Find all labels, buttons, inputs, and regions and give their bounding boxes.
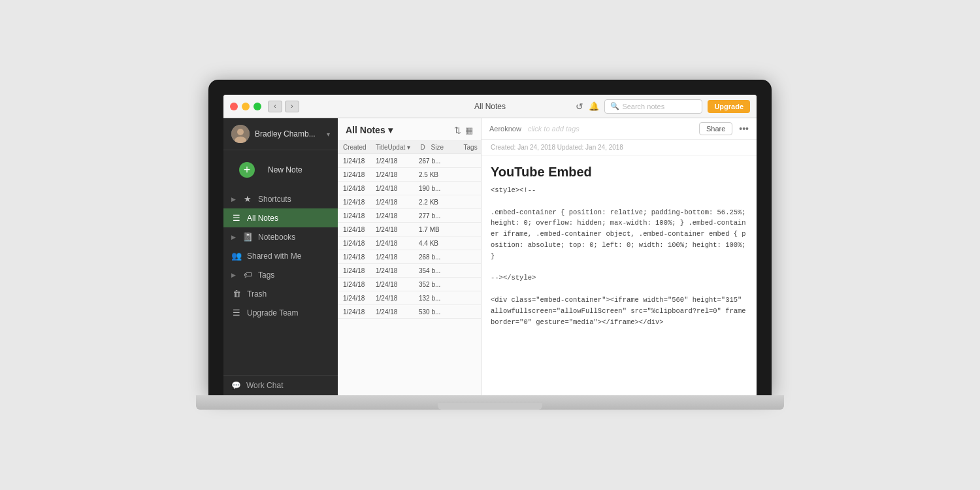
note-updated: 1/24/18 — [376, 308, 408, 316]
refresh-icon[interactable]: ↺ — [576, 101, 583, 112]
note-row[interactable]: 1/24/18 SkyMiles 1/24/18 190 b... — [338, 182, 481, 195]
sidebar-item-shortcuts[interactable]: ▶ ★ Shortcuts — [223, 189, 338, 208]
note-row[interactable]: 1/24/18 Kids Apple ID 1/24/18 277 b... — [338, 209, 481, 223]
svg-point-1 — [237, 129, 244, 135]
work-chat-icon: 💬 — [231, 381, 241, 390]
more-options-icon[interactable]: ••• — [739, 123, 749, 134]
note-size: 268 b... — [419, 253, 451, 261]
search-bar[interactable]: 🔍 Search notes — [604, 99, 702, 114]
tags-icon: 🏷 — [242, 270, 253, 280]
avatar — [231, 125, 250, 143]
note-updated: 1/24/18 — [376, 281, 408, 288]
note-created: 1/24/18 — [343, 212, 376, 220]
view-toggle-icon[interactable]: ▦ — [465, 125, 473, 135]
shared-icon: 👥 — [231, 251, 242, 261]
notebooks-icon: 📓 — [242, 232, 253, 242]
expand-arrow-icon: ▶ — [231, 196, 236, 203]
notes-panel-header: All Notes ▾ ⇅ ▦ — [338, 118, 481, 141]
note-size: 530 b... — [419, 308, 451, 316]
sidebar-footer-work-chat[interactable]: 💬 Work Chat — [223, 375, 338, 395]
share-button[interactable]: Share — [699, 122, 732, 135]
expand-arrow-notebooks-icon: ▶ — [231, 234, 236, 240]
col-size: Size — [431, 144, 464, 151]
note-source-label: Aeroknow — [489, 125, 521, 133]
note-updated: 1/24/18 — [376, 295, 408, 302]
notes-panel-title-text: All Notes — [346, 125, 385, 135]
note-created: 1/24/18 — [343, 199, 376, 206]
note-row[interactable]: 1/24/18 Best Steak Marinade i... 1/24/18… — [338, 305, 481, 319]
notes-panel-chevron-icon: ▾ — [388, 125, 393, 135]
note-updated: 1/24/18 — [376, 240, 408, 247]
bell-icon[interactable]: 🔔 — [589, 101, 599, 111]
sidebar-nav: ▶ ★ Shortcuts ☰ All Notes ▶ 📓 — [223, 189, 338, 375]
new-note-row[interactable]: + New Note — [223, 150, 338, 189]
note-size: 1.7 MB — [419, 226, 451, 233]
notes-panel: All Notes ▾ ⇅ ▦ Created Title — [338, 118, 482, 395]
user-name: Bradley Chamb... — [255, 129, 321, 139]
note-size: 277 b... — [419, 212, 451, 220]
col-d: D — [421, 144, 431, 151]
forward-button[interactable]: › — [285, 101, 299, 112]
note-row[interactable]: 1/24/18 Barnes and Noble 1/24/18 267 b..… — [338, 154, 481, 168]
sidebar-label-notebooks: Notebooks — [258, 233, 295, 242]
search-placeholder: Search notes — [622, 103, 664, 110]
notes-panel-actions: ⇅ ▦ — [454, 125, 473, 135]
note-row[interactable]: 1/24/18 EPB Login 1/24/18 352 b... — [338, 278, 481, 291]
note-size: 354 b... — [419, 267, 451, 274]
note-meta: Created: Jan 24, 2018 Updated: Jan 24, 2… — [482, 140, 757, 155]
note-created: 1/24/18 — [343, 171, 376, 178]
expand-arrow-tags-icon: ▶ — [231, 272, 236, 278]
note-body: <style><!-- .embed-container { position:… — [482, 185, 757, 395]
all-notes-icon: ☰ — [231, 213, 242, 223]
upgrade-team-icon: ☰ — [231, 308, 242, 318]
sidebar: Bradley Chamb... ▾ + New Note ▶ — [223, 118, 338, 395]
notes-table-header: Created Title Updat ▾ D Size Tags — [338, 141, 481, 154]
close-button[interactable] — [230, 103, 238, 110]
sidebar-item-shared[interactable]: 👥 Shared with Me — [223, 246, 338, 265]
note-updated: 1/24/18 — [376, 226, 408, 233]
note-size: 132 b... — [419, 295, 451, 302]
sidebar-user[interactable]: Bradley Chamb... ▾ — [223, 118, 338, 150]
note-title: YouTube Embed — [482, 155, 757, 185]
note-row[interactable]: 1/24/18 ASC Pins 1/24/18 354 b... — [338, 264, 481, 278]
note-size: 267 b... — [419, 157, 451, 165]
note-updated: 1/24/18 — [376, 212, 408, 220]
note-created: 1/24/18 — [343, 157, 376, 165]
note-tag-area[interactable]: click to add tags — [528, 125, 693, 133]
window-title: All Notes — [474, 102, 506, 111]
sidebar-item-tags[interactable]: ▶ 🏷 Tags — [223, 265, 338, 284]
sidebar-item-notebooks[interactable]: ▶ 📓 Notebooks — [223, 227, 338, 246]
note-size: 2.2 KB — [419, 199, 451, 206]
col-title: Title — [376, 144, 388, 151]
minimize-button[interactable] — [242, 103, 250, 110]
note-row[interactable]: 1/24/18 Lead Gen 1/24/18 1.7 MB — [338, 223, 481, 237]
sidebar-label-shortcuts: Shortcuts — [258, 195, 291, 204]
sort-icon[interactable]: ⇅ — [454, 125, 461, 135]
work-chat-label: Work Chat — [246, 381, 283, 390]
note-row[interactable]: 1/24/18 Untitled 1/24/18 132 b... — [338, 291, 481, 305]
note-updated: 1/24/18 — [376, 199, 408, 206]
note-created: 1/24/18 — [343, 226, 376, 233]
note-updated: 1/24/18 — [376, 171, 408, 178]
title-bar-right: ↺ 🔔 🔍 Search notes Upgrade — [576, 99, 750, 114]
maximize-button[interactable] — [253, 103, 261, 110]
new-note-button[interactable]: + — [239, 162, 255, 178]
sidebar-label-all-notes: All Notes — [247, 214, 278, 223]
upgrade-button[interactable]: Upgrade — [708, 100, 750, 113]
sidebar-item-upgrade-team[interactable]: ☰ Upgrade Team — [223, 303, 338, 322]
laptop-notch — [438, 403, 542, 410]
sidebar-item-trash[interactable]: 🗑 Trash — [223, 284, 338, 303]
note-size: 2.5 KB — [419, 171, 451, 178]
sidebar-item-all-notes[interactable]: ☰ All Notes — [223, 208, 338, 227]
note-row[interactable]: 1/24/18 Misc Contacts 1/24/18 2.5 KB — [338, 168, 481, 182]
back-button[interactable]: ‹ — [268, 101, 282, 112]
note-detail-toolbar: Aeroknow click to add tags Share ••• — [482, 118, 757, 140]
traffic-lights — [230, 103, 261, 110]
note-row[interactable]: 1/24/18 Re-Enrollment 1/24/18 268 b... — [338, 250, 481, 264]
note-row[interactable]: 1/24/18 Atom Notes 1/24/18 4.4 KB — [338, 237, 481, 250]
note-updated: 1/24/18 — [376, 267, 408, 274]
note-created: 1/24/18 — [343, 267, 376, 274]
note-created: 1/24/18 — [343, 240, 376, 247]
note-row[interactable]: 1/24/18 App Testing 1/24/18 2.2 KB — [338, 195, 481, 209]
notes-panel-title: All Notes ▾ — [346, 125, 393, 135]
